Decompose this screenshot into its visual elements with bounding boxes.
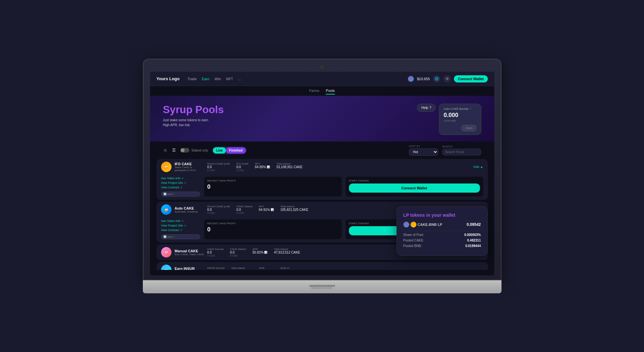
insur-stat-ends: Ends in 1,675,568 blocks ⏱: [281, 267, 309, 270]
hero-section: Syrup Pools Just stake some tokens to ea…: [150, 96, 494, 141]
manual-stat-staked: CAKE Staked 0.0 0 USD: [230, 248, 246, 257]
auto-pool-links: See Token Info ↗ View Project Site ↗ Vie…: [161, 219, 200, 239]
grid-view-btn[interactable]: ⊞: [163, 147, 168, 153]
ifo-auto-badge: 🔄 Auto ?: [161, 192, 200, 197]
lp-tooltip: LP tokens in your wallet CAKE-BNB LP 0.0…: [397, 206, 488, 256]
help-button[interactable]: Help ?: [417, 104, 435, 112]
auto-pool-name: Auto CAKE: [175, 206, 204, 210]
status-tab-live[interactable]: Live: [213, 147, 226, 154]
settings-icon-btn[interactable]: ⚙: [443, 75, 451, 82]
auto-auto-badge: 🔄 Auto ?: [161, 234, 200, 239]
search-input[interactable]: [442, 149, 481, 155]
lp-pooled-bnb-row: Pooled BNB: 0.0199444: [403, 244, 481, 248]
auto-pool-icon: 🍰: [161, 204, 172, 215]
claim-button[interactable]: Claim: [461, 125, 476, 131]
ifo-stat-total: Total staked 53,108,951 CAKE: [277, 162, 303, 172]
page-tabs: Farms Pools: [150, 86, 494, 96]
lp-token-name: CAKE-BNB LP: [418, 223, 442, 227]
ifo-view-project-site-link[interactable]: View Project Site ↗: [161, 181, 200, 184]
nav-price: $10.655: [417, 77, 430, 81]
info-icon-badge: ?: [173, 193, 174, 196]
auto-stat-profit: Recent CAKE profit 0.0 0 USD: [207, 205, 230, 214]
nav-link-earn[interactable]: Earn: [202, 77, 209, 81]
auto-pool-subtitle: Automatic restaking: [175, 210, 204, 213]
auto-cake-profit-box: RECENT CAKE PROFIT 0: [204, 219, 342, 239]
lp-pooled-bnb-value: 0.0199444: [465, 244, 481, 248]
filters-bar: ⊞ ☰ Staked only Live Finished SORT BY Ho: [150, 141, 494, 159]
connect-wallet-nav-button[interactable]: Connect Wallet: [454, 75, 487, 82]
auto-view-project-site-link[interactable]: View Project Site ↗: [161, 224, 200, 227]
lp-share-of-pool-label: Share of Pool:: [403, 233, 424, 237]
ifo-cake-profit-box: RECENT CAKE PROFIT 0: [204, 177, 342, 197]
nav-link-trade[interactable]: Trade: [187, 77, 197, 81]
staked-only-toggle-wrapper: Staked only: [180, 148, 208, 153]
hero-left: Syrup Pools Just stake some tokens to ea…: [163, 104, 224, 127]
ifo-pool-subtitle: Stake CAKE to participate in IFOs: [175, 166, 204, 172]
status-tabs: Live Finished: [212, 147, 247, 154]
lp-pooled-cake-label: Pooled CAKE:: [403, 239, 424, 242]
nav-logo: Yours Logo: [157, 76, 180, 81]
auto-cake-bounty-box: Auto CAKE Bounty ? 0.000 -0.00 USD Claim: [439, 104, 481, 135]
auto-pool-title: Auto CAKE Automatic restaking: [175, 206, 204, 213]
bnb-token-icon: [411, 222, 416, 227]
list-view-btn[interactable]: ☰: [172, 147, 176, 153]
auto-stat-total: Total staked 105,821,525 CAKE: [280, 205, 308, 214]
lp-token-icons: CAKE-BNB LP: [403, 222, 442, 227]
nav-link-more[interactable]: ...: [238, 77, 241, 81]
insur-stat-total: Total staked 382,856 CAKE: [231, 267, 252, 270]
pool-header-ifo: 🍰 IFO CAKE Stake CAKE to participate in …: [157, 159, 488, 175]
pool-card-ifo: 🍰 IFO CAKE Stake CAKE to participate in …: [157, 159, 488, 200]
sort-by-label: SORT BY: [409, 145, 438, 148]
ifo-stat-profit: Recent CAKE profit 0.0 0 USD: [207, 162, 230, 172]
insur-pool-stats: INSUR Earned 0.0 Total staked 382,856 CA…: [207, 267, 483, 270]
info-icon-badge2: ?: [173, 235, 174, 238]
navbar: Yours Logo Trade Earn Win NFT ... $10.65…: [150, 72, 494, 86]
auto-cake-title: Auto CAKE Bounty ?: [444, 107, 476, 110]
manual-stat-earned: CAKE Earned 0.0 0 USD: [207, 248, 224, 257]
lp-token-row: CAKE-BNB LP 0.09542: [403, 222, 481, 227]
staked-only-label: Staked only: [191, 149, 208, 152]
manual-stat-total: Total staked 47,913,512 CAKE: [274, 248, 300, 257]
info-icon: ?: [470, 107, 472, 110]
auto-cake-usd: -0.00 USD: [444, 119, 476, 122]
pool-card-insur: IN Earn INSUR Stake CAKE INSUR Earned 0.…: [157, 262, 488, 270]
ifo-cake-profit-label: RECENT CAKE PROFIT: [207, 179, 338, 182]
status-tab-finished[interactable]: Finished: [226, 147, 246, 154]
globe-icon-btn[interactable]: 🌐: [433, 75, 440, 82]
auto-stat-staked: CAKE Staked 0.0 0 USD: [236, 205, 252, 214]
lp-token-value: 0.09542: [467, 222, 481, 227]
ifo-hide-btn[interactable]: Hide ▲: [473, 165, 483, 169]
macbook-label: Macbook: [311, 285, 333, 290]
lp-divider: [403, 231, 481, 231]
ifo-view-contract-link[interactable]: View Contract ↗: [161, 186, 200, 189]
laptop-base: Macbook: [143, 280, 502, 293]
manual-pool-name: Manual CAKE: [175, 249, 204, 253]
tab-farms[interactable]: Farms: [309, 89, 319, 95]
ifo-see-token-info-link[interactable]: See Token Info ↗: [161, 177, 200, 180]
nav-link-win[interactable]: Win: [215, 77, 221, 81]
manual-pool-title: Manual CAKE Earn CAKE, Stake CAKE: [175, 249, 204, 256]
auto-view-contract-link[interactable]: View Contract ↗: [161, 228, 200, 232]
nav-link-nft[interactable]: NFT: [226, 77, 233, 81]
ifo-start-staking-box: START STAKING Connect Wallet: [346, 177, 483, 197]
ifo-pool-icon: 🍰: [161, 162, 172, 172]
nav-right: $10.655 🌐 ⚙ Connect Wallet: [408, 75, 488, 82]
ifo-pool-stats: Recent CAKE profit 0.0 0 USD IFO Credit …: [207, 162, 470, 172]
toggle-knob: [181, 148, 185, 152]
ifo-connect-wallet-button[interactable]: Connect Wallet: [349, 183, 480, 193]
lp-pooled-bnb-label: Pooled BNB:: [403, 244, 422, 248]
auto-cake-value: 0.000: [444, 112, 476, 119]
auto-see-token-info-link[interactable]: See Token Info ↗: [161, 219, 200, 223]
hero-title: Syrup Pools: [163, 104, 224, 116]
insur-pool-icon: IN: [161, 265, 172, 270]
hero-right: Help ? Auto CAKE Bounty ? 0.000 -0.00 US…: [417, 104, 481, 135]
tab-pools[interactable]: Pools: [326, 89, 335, 95]
lp-pooled-cake-row: Pooled CAKE: 0.482311: [403, 239, 481, 242]
search-label: SEARCH: [442, 145, 481, 148]
lp-pooled-cake-value: 0.482311: [467, 239, 481, 242]
ifo-cake-profit-value: 0: [207, 183, 338, 190]
lp-share-of-pool-value: 0.000003%: [464, 233, 481, 237]
staked-only-toggle[interactable]: [180, 148, 189, 153]
sort-select[interactable]: Hot APR Earned Total staked: [409, 148, 438, 156]
ifo-start-staking-label: START STAKING: [349, 179, 480, 182]
